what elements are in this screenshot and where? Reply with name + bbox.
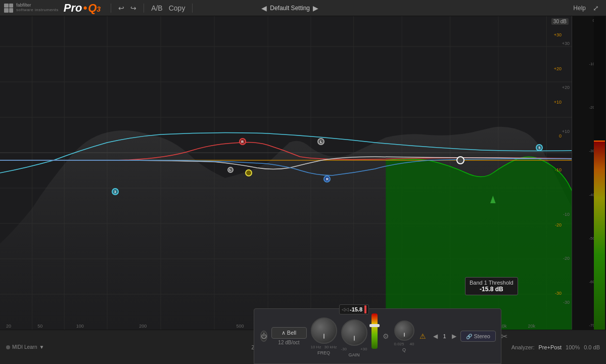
db-label-p10: +10 <box>562 129 570 134</box>
band-4-handle[interactable]: L <box>227 167 234 173</box>
band-prev-button[interactable]: ◀ <box>433 333 438 340</box>
analyzer-area: Analyzer: Pre+Post <box>491 344 562 350</box>
gain-label-0: 0 <box>554 133 562 139</box>
q-knob[interactable] <box>394 321 414 341</box>
eq-curves <box>0 16 606 330</box>
freq-range: 10 Hz 30 kHz <box>311 345 337 349</box>
gain-clip-indicator <box>364 305 366 313</box>
filter-icon: ∧ <box>282 330 286 336</box>
band-1-handle[interactable]: 3 <box>112 188 119 195</box>
undo-button[interactable]: ↩ <box>115 3 127 13</box>
band-6-label: R <box>326 177 329 181</box>
tooltip-title: Band 1 Threshold <box>470 280 514 286</box>
preset-name: Default Setting <box>270 5 310 12</box>
eq-display[interactable]: 3 R L L R 5 +30 +20 +10 -10 -20 -30 +30 … <box>0 16 606 330</box>
band-5-handle[interactable] <box>245 169 252 176</box>
divider <box>111 4 111 13</box>
db-label-m10: -10 <box>562 212 570 217</box>
divider <box>144 4 144 13</box>
midi-dropdown-button[interactable]: ▼ <box>39 344 44 350</box>
band-selector: ◀ 1 ▶ <box>433 333 456 340</box>
band-1-label: 3 <box>114 190 116 194</box>
midi-learn-area: MIDI Learn ▼ <box>6 344 44 350</box>
ab-button[interactable]: A/B <box>148 3 166 13</box>
band-panel: ⏻ ∧ Bell 12 dB/oct 10 Hz 30 kHz FREQ ◁◁ <box>254 308 501 364</box>
freq-knob[interactable] <box>311 317 337 344</box>
band-number-display: 1 <box>440 333 450 339</box>
band-2-handle[interactable]: R <box>239 138 246 145</box>
freq-knob-container: 10 Hz 30 kHz FREQ <box>311 317 337 355</box>
band-7-handle[interactable] <box>456 156 464 164</box>
output-gain: 0.0 dB <box>584 344 600 350</box>
freq-500: 500 <box>237 324 244 329</box>
band-8-handle[interactable]: 5 <box>536 144 543 151</box>
freq-min: 10 Hz <box>311 345 321 349</box>
band-8-label: 5 <box>538 146 540 150</box>
gain-label-p20: +20 <box>554 66 562 71</box>
q-knob-container: 0.025 40 Q <box>394 321 414 352</box>
band-4-label: L <box>229 168 231 171</box>
gain-label-m10: -10 <box>554 167 562 172</box>
pro-dot: • <box>83 2 87 15</box>
freq-100: 100 <box>76 324 84 329</box>
stereo-label: Stereo <box>474 333 490 339</box>
band-3-label: L <box>320 140 322 144</box>
gain-label-m20: -20 <box>555 222 562 228</box>
logo-dot <box>9 4 14 8</box>
db-label-p20: +20 <box>562 85 570 90</box>
midi-learn-button[interactable]: MIDI Learn <box>12 344 37 350</box>
gain-knob[interactable] <box>341 320 367 346</box>
gain-fader-track[interactable] <box>371 313 378 349</box>
pro-text: Pro <box>64 2 82 15</box>
q-min: 0.025 <box>394 342 404 346</box>
bottom-right: 100% 0.0 dB <box>566 344 600 350</box>
band-power-button[interactable]: ⏻ <box>260 331 267 342</box>
gain-scale-labels: +30 +20 +10 0 -10 <box>554 16 562 189</box>
link-icon: 🔗 <box>466 334 472 339</box>
brand-name: fabfilter software instruments <box>16 3 59 13</box>
gain-label-p10: +10 <box>554 100 562 105</box>
cut-button[interactable]: ✂ <box>500 331 508 342</box>
next-preset-button[interactable]: ▶ <box>313 4 318 12</box>
gain-fader-handle[interactable] <box>369 324 380 327</box>
gain-area: ◁◁ -15.8 -30 +30 GAIN <box>341 315 367 357</box>
prev-preset-button[interactable]: ◀ <box>261 4 267 12</box>
freq-20k: 20k <box>528 324 536 329</box>
band-2-label: R <box>241 140 244 144</box>
copy-button[interactable]: Copy <box>166 3 189 13</box>
redo-button[interactable]: ↪ <box>127 3 139 13</box>
band-6-handle[interactable]: R <box>323 175 331 183</box>
topbar: fabfilter software instruments Pro • Q 3… <box>0 0 606 16</box>
gain-label-p30: +30 <box>554 32 562 37</box>
filter-type-label: Bell <box>287 330 296 336</box>
db-label-m20: -20 <box>562 256 570 261</box>
settings-button[interactable]: ⚙ <box>382 331 390 341</box>
filter-type-button[interactable]: ∧ Bell <box>271 327 307 339</box>
zoom-level: 100% <box>566 344 580 350</box>
midi-learn-label: MIDI Learn <box>12 344 37 350</box>
freq-max: 30 kHz <box>324 345 337 349</box>
analyzer-value[interactable]: Pre+Post <box>538 344 562 350</box>
vu-meter: 0 -10 -20 -30 -40 -50 -60 -70 <box>572 16 606 330</box>
gain-value-icons: ◁◁ <box>342 307 349 312</box>
gain-max: +30 <box>360 347 367 351</box>
logo-area: fabfilter software instruments Pro • Q 3 <box>4 2 101 15</box>
logo-dot <box>4 4 9 8</box>
db-label-p30: +30 <box>562 41 570 46</box>
band-next-button[interactable]: ▶ <box>452 333 456 340</box>
warning-button[interactable]: ⚠ <box>418 331 427 341</box>
stereo-button[interactable]: 🔗 Stereo <box>460 331 496 342</box>
product-logo: Pro • Q 3 <box>64 2 101 15</box>
maximize-button[interactable]: ⤢ <box>590 3 602 13</box>
freq-label: FREQ <box>317 350 330 355</box>
freq-20: 20 <box>6 324 11 329</box>
eq-grid <box>0 16 606 330</box>
gain-label-m30: -30 <box>555 291 562 296</box>
tagline: software instruments <box>16 8 59 13</box>
pro-q: Q <box>88 2 97 15</box>
band-3-handle[interactable]: L <box>317 138 324 145</box>
threshold-tooltip: Band 1 Threshold -15.8 dB <box>465 277 518 295</box>
logo-dot <box>4 8 9 13</box>
logo-dot <box>9 8 14 13</box>
help-button[interactable]: Help <box>569 4 590 13</box>
